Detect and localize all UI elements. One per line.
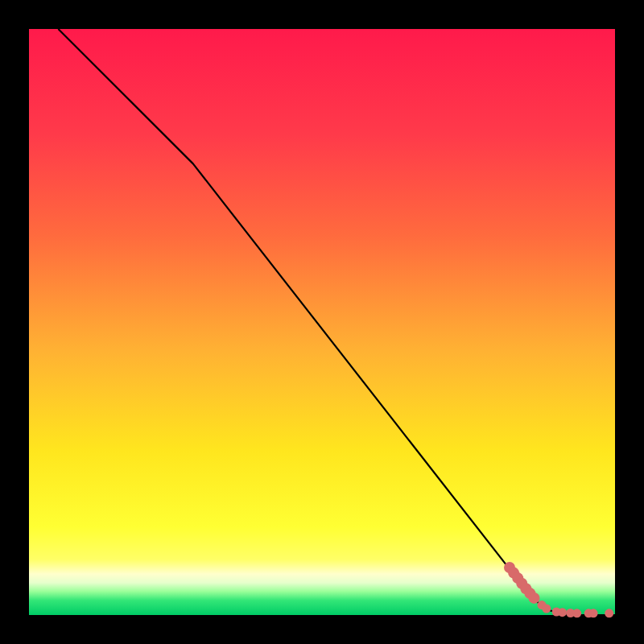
chart-frame: TheBottleneck.com (0, 0, 644, 644)
data-point (589, 609, 598, 617)
data-point (558, 608, 567, 617)
chart-gradient-panel (29, 29, 615, 615)
data-point (529, 592, 540, 604)
data-point (605, 609, 613, 617)
chart-canvas (0, 0, 644, 644)
data-point (542, 605, 551, 613)
data-point (572, 609, 581, 617)
